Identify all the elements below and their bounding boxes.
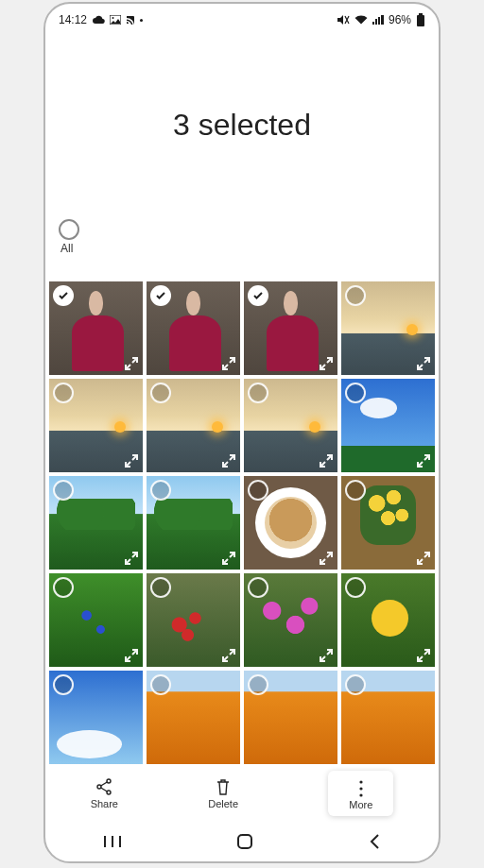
battery-percent: 96%: [389, 13, 411, 26]
gallery-thumb[interactable]: [244, 573, 337, 667]
expand-icon[interactable]: [221, 551, 236, 566]
more-vertical-icon: [358, 780, 364, 797]
gallery-thumb[interactable]: [49, 476, 143, 570]
wifi-icon: [354, 15, 368, 25]
gallery-thumb[interactable]: [341, 573, 435, 667]
gallery-thumb[interactable]: [147, 476, 240, 570]
status-bar: 14:12 96%: [45, 4, 439, 30]
expand-icon[interactable]: [416, 551, 431, 566]
cast-icon: [126, 15, 135, 25]
gallery-thumb[interactable]: [49, 573, 143, 667]
gallery-thumb[interactable]: [341, 671, 435, 764]
checkmark-unselected-icon[interactable]: [248, 383, 268, 403]
gallery-thumb[interactable]: [49, 671, 143, 764]
trash-icon: [215, 777, 232, 796]
checkmark-unselected-icon[interactable]: [345, 674, 366, 695]
gallery-thumb[interactable]: [147, 573, 240, 667]
status-right: 96%: [337, 13, 425, 26]
gallery-thumb[interactable]: [147, 379, 240, 472]
expand-icon[interactable]: [221, 648, 236, 663]
checkmark-unselected-icon[interactable]: [345, 480, 366, 501]
checkmark-unselected-icon[interactable]: [53, 383, 74, 403]
checkmark-unselected-icon[interactable]: [150, 577, 171, 598]
expand-icon[interactable]: [124, 648, 139, 663]
gallery-thumb[interactable]: [244, 379, 337, 472]
checkmark-unselected-icon[interactable]: [345, 285, 366, 306]
svg-rect-13: [238, 835, 251, 848]
expand-icon[interactable]: [319, 551, 334, 566]
more-indicator-dot: [140, 19, 143, 22]
checkmark-unselected-icon[interactable]: [248, 577, 268, 598]
signal-icon: [372, 15, 384, 25]
svg-rect-3: [419, 13, 423, 15]
checkmark-unselected-icon[interactable]: [150, 674, 171, 695]
svg-rect-2: [417, 15, 424, 26]
checkmark-unselected-icon[interactable]: [345, 383, 366, 403]
svg-point-8: [359, 787, 362, 790]
delete-label: Delete: [208, 798, 238, 809]
checkmark-unselected-icon[interactable]: [53, 674, 74, 695]
checkmark-unselected-icon[interactable]: [150, 383, 171, 403]
gallery-grid: [45, 281, 439, 764]
back-button[interactable]: [368, 833, 381, 850]
checkmark-unselected-icon[interactable]: [150, 480, 171, 501]
cloud-icon: [92, 15, 105, 25]
selection-header: 3 selected: [45, 30, 439, 219]
gallery-thumb[interactable]: [49, 281, 143, 375]
more-button[interactable]: More: [328, 771, 393, 816]
svg-point-1: [112, 17, 114, 19]
expand-icon[interactable]: [416, 356, 431, 371]
gallery-scroll[interactable]: [45, 281, 439, 765]
expand-icon[interactable]: [124, 551, 139, 566]
delete-button[interactable]: Delete: [208, 777, 238, 809]
gallery-thumb[interactable]: [341, 379, 435, 472]
expand-icon[interactable]: [416, 648, 431, 663]
clock: 14:12: [59, 13, 87, 26]
expand-icon[interactable]: [124, 356, 139, 371]
bottom-action-bar: Share Delete More: [45, 765, 439, 822]
svg-point-4: [97, 785, 101, 789]
svg-point-5: [107, 779, 111, 783]
checkmark-selected-icon[interactable]: [248, 285, 268, 306]
expand-icon[interactable]: [124, 453, 139, 468]
gallery-thumb[interactable]: [147, 671, 240, 764]
gallery-thumb[interactable]: [341, 281, 435, 375]
share-button[interactable]: Share: [91, 777, 118, 809]
page-title: 3 selected: [173, 108, 311, 143]
battery-icon: [416, 13, 425, 26]
select-all-row[interactable]: All: [45, 219, 439, 263]
checkmark-unselected-icon[interactable]: [248, 674, 268, 695]
recents-button[interactable]: [103, 834, 122, 849]
checkmark-unselected-icon[interactable]: [53, 480, 74, 501]
expand-icon[interactable]: [416, 453, 431, 468]
select-all-checkbox[interactable]: [59, 219, 79, 240]
expand-icon[interactable]: [319, 453, 334, 468]
gallery-thumb[interactable]: [147, 281, 240, 375]
expand-icon[interactable]: [221, 453, 236, 468]
checkmark-unselected-icon[interactable]: [53, 577, 74, 598]
checkmark-unselected-icon[interactable]: [345, 577, 366, 598]
mute-icon: [337, 14, 350, 26]
gallery-thumb[interactable]: [49, 379, 143, 472]
image-icon: [110, 15, 121, 25]
svg-point-6: [107, 791, 111, 794]
checkmark-selected-icon[interactable]: [150, 285, 171, 306]
gallery-thumb[interactable]: [244, 476, 337, 570]
more-label: More: [349, 799, 372, 810]
home-button[interactable]: [236, 833, 253, 850]
gallery-thumb[interactable]: [244, 671, 337, 764]
share-label: Share: [91, 798, 118, 809]
checkmark-unselected-icon[interactable]: [248, 480, 268, 501]
svg-point-7: [359, 780, 362, 783]
gallery-thumb[interactable]: [341, 476, 435, 570]
gallery-thumb[interactable]: [244, 281, 337, 375]
expand-icon[interactable]: [221, 356, 236, 371]
checkmark-selected-icon[interactable]: [53, 285, 74, 306]
expand-icon[interactable]: [319, 356, 334, 371]
svg-point-9: [359, 793, 362, 796]
share-icon: [95, 777, 113, 796]
status-left: 14:12: [59, 13, 143, 26]
phone-screen: 14:12 96% 3 selected All Share: [43, 2, 441, 863]
system-nav-bar: [45, 822, 439, 861]
expand-icon[interactable]: [319, 648, 334, 663]
